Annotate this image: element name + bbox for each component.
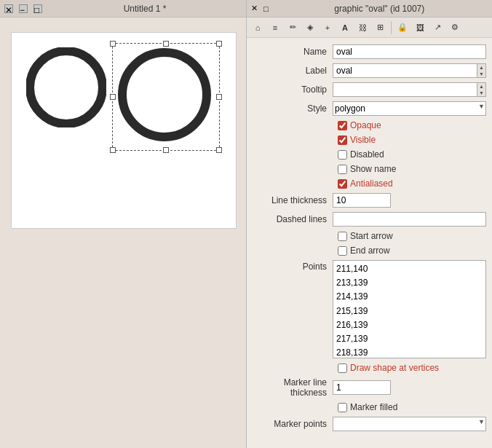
toolbar-text-button[interactable]: A [337,20,353,36]
end-arrow-checkbox[interactable] [338,246,347,256]
name-row: Name [247,42,492,61]
dashed-lines-input[interactable] [333,212,486,227]
end-arrow-label: End arrow [350,245,390,256]
marker-filled-row: Marker filled [247,400,492,414]
style-select[interactable]: polygon rectangle ellipse rhombus [333,101,486,116]
canvas-white [11,32,237,229]
label-spin-down[interactable]: ▼ [477,71,485,77]
show-name-checkbox[interactable] [338,165,347,174]
left-window-title: Untitled 1 * [48,4,242,14]
toolbar-gear-button[interactable]: ⚙ [447,20,463,36]
opaque-checkbox[interactable] [338,121,347,130]
right-window-title: graphic "oval" (id 1007) [271,4,488,14]
points-box[interactable]: 211,140 213,139 214,139 215,139 216,139 … [333,260,486,358]
right-minimize-button[interactable]: □ [263,4,269,13]
right-toolbar: ⌂ ≡ ✏ ◈ + A ⛓ ⊞ 🔒 🖼 ↗ ⚙ [247,17,492,38]
close-button[interactable]: ✕ [4,4,13,13]
toolbar-list-button[interactable]: ≡ [267,20,283,36]
handle-ml[interactable] [110,94,116,100]
label-label: Label [253,66,333,76]
name-input[interactable] [333,44,486,59]
antialiased-checkbox[interactable] [338,179,347,189]
draw-shape-checkbox[interactable] [338,363,347,373]
marker-points-row: Marker points ▼ [247,414,492,433]
draw-shape-label: Draw shape at vertices [350,363,439,373]
disabled-label: Disabled [350,149,384,160]
tooltip-spin-up[interactable]: ▲ [477,83,485,90]
canvas-background [0,222,246,448]
point-6: 217,139 [336,332,483,346]
toolbar-share-button[interactable]: ↗ [429,20,445,36]
style-label: Style [253,103,333,114]
tooltip-input[interactable] [333,83,477,96]
handle-tl[interactable] [110,41,116,47]
left-circle[interactable] [26,47,106,127]
marker-line-thickness-label: Marker line thickness [253,377,333,398]
dashed-lines-label: Dashed lines [253,214,333,224]
visible-checkbox[interactable] [338,135,347,145]
toolbar-plus-button[interactable]: + [320,20,336,36]
point-3: 214,139 [336,290,483,304]
handle-br[interactable] [216,147,222,153]
label-spin-up[interactable]: ▲ [477,64,485,71]
handle-tr[interactable] [216,41,222,47]
toolbar-diamond-button[interactable]: ◈ [302,20,318,36]
draw-shape-row: Draw shape at vertices [247,361,492,375]
selection-box [112,43,220,151]
marker-filled-checkbox[interactable] [338,403,347,412]
toolbar-separator [391,21,392,34]
opaque-row: Opaque [247,118,492,133]
show-name-row: Show name [247,162,492,176]
points-area: Points 211,140 213,139 214,139 215,139 2… [247,258,492,361]
handle-bm[interactable] [163,147,169,153]
right-close-button[interactable]: ✕ [251,4,258,13]
marker-line-thickness-input[interactable] [333,380,391,395]
style-row: Style polygon rectangle ellipse rhombus … [247,99,492,118]
toolbar-lock-button[interactable]: 🔒 [394,20,410,36]
points-box-wrap: 211,140 213,139 214,139 215,139 216,139 … [333,260,486,358]
toolbar-pencil-button[interactable]: ✏ [285,20,301,36]
tooltip-row: Tooltip ▲ ▼ [247,80,492,99]
dashed-lines-row: Dashed lines [247,210,492,229]
right-titlebar: ✕ □ graphic "oval" (id 1007) [247,0,492,17]
label-row: Label ▲ ▼ [247,61,492,80]
name-label: Name [253,47,333,57]
start-arrow-checkbox[interactable] [338,232,347,241]
antialiased-label: Antialiased [350,178,393,189]
label-input[interactable] [333,64,477,77]
handle-bl[interactable] [110,147,116,153]
handle-tm[interactable] [163,41,169,47]
marker-line-thickness-row: Marker line thickness [247,375,492,400]
toolbar-link-button[interactable]: ⛓ [354,20,370,36]
line-thickness-row: Line thickness [247,191,492,210]
marker-points-label: Marker points [253,419,333,429]
right-panel: ✕ □ graphic "oval" (id 1007) ⌂ ≡ ✏ ◈ + A… [246,0,492,448]
point-7: 218,139 [336,346,483,358]
toolbar-grid-button[interactable]: ⊞ [372,20,388,36]
toolbar-image-button[interactable]: 🖼 [412,20,428,36]
label-input-wrap: ▲ ▼ [333,63,486,78]
tooltip-spin-down[interactable]: ▼ [477,90,485,96]
point-2: 213,139 [336,276,483,290]
end-arrow-row: End arrow [247,243,492,258]
maximize-button[interactable]: □ [33,4,42,13]
right-content: Name Label ▲ ▼ Tooltip ▲ ▼ [247,38,492,448]
points-label: Points [253,260,333,272]
marker-filled-label: Marker filled [350,402,397,412]
point-5: 216,139 [336,318,483,332]
opaque-label: Opaque [350,120,381,130]
tooltip-label: Tooltip [253,85,333,95]
minimize-button[interactable]: − [19,4,28,13]
marker-points-select[interactable] [333,417,486,431]
handle-mr[interactable] [216,94,222,100]
antialiased-row: Antialiased [247,176,492,191]
line-thickness-input[interactable] [333,193,391,208]
start-arrow-row: Start arrow [247,229,492,243]
tooltip-input-wrap: ▲ ▼ [333,82,486,97]
point-4: 215,139 [336,304,483,318]
style-select-wrap: polygon rectangle ellipse rhombus ▼ [333,101,486,116]
line-thickness-label: Line thickness [253,195,333,205]
disabled-checkbox[interactable] [338,150,347,160]
toolbar-home-button[interactable]: ⌂ [250,20,266,36]
left-panel: ✕ − □ Untitled 1 * [0,0,246,448]
